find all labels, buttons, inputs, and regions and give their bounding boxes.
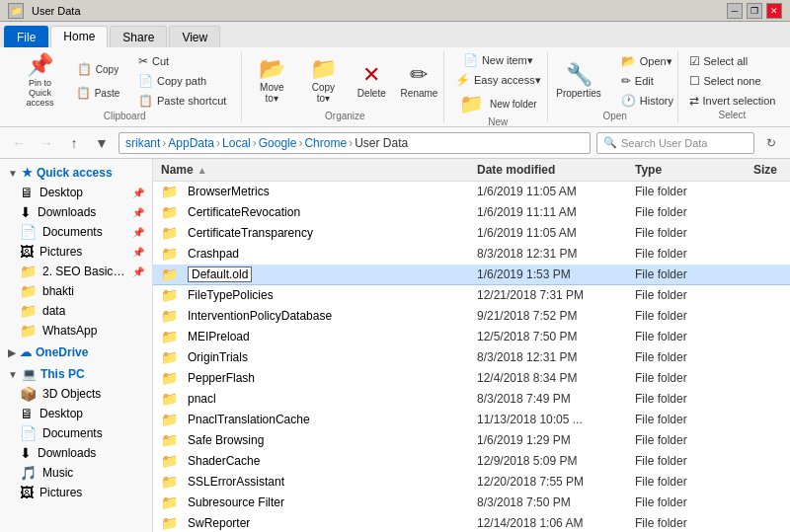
file-type: File folder xyxy=(635,350,753,364)
clipboard-label: Clipboard xyxy=(104,111,146,123)
history-button[interactable]: 🕐 History xyxy=(614,92,680,110)
delete-button[interactable]: ✕ Delete xyxy=(352,51,391,111)
new-folder-button[interactable]: 📁 New folder xyxy=(452,91,544,116)
file-type: File folder xyxy=(635,205,753,219)
table-row[interactable]: 📁 CertificateTransparency 1/6/2019 11:05… xyxy=(153,223,790,244)
file-date: 12/21/2018 7:31 PM xyxy=(477,288,635,302)
invert-selection-button[interactable]: ⇄ Invert selection xyxy=(682,92,783,110)
ribbon-tabs: File Home Share View xyxy=(0,22,790,47)
sidebar-item-pc-music[interactable]: 🎵 Music xyxy=(0,463,152,483)
select-label: Select xyxy=(719,110,747,122)
sidebar-item-downloads[interactable]: ⬇ Downloads 📌 xyxy=(0,202,152,222)
sidebar-item-3dobjects[interactable]: 📦 3D Objects xyxy=(0,384,152,404)
breadcrumb-chrome[interactable]: Chrome xyxy=(304,136,347,150)
file-type: File folder xyxy=(635,185,753,198)
breadcrumb-appdata[interactable]: AppData xyxy=(168,136,214,150)
sidebar-item-pc-downloads[interactable]: ⬇ Downloads xyxy=(0,443,152,463)
minimize-button[interactable]: ─ xyxy=(727,3,743,19)
table-row[interactable]: 📁 OriginTrials 8/3/2018 12:31 PM File fo… xyxy=(153,347,790,368)
sidebar-item-desktop[interactable]: 🖥 Desktop 📌 xyxy=(0,183,152,202)
this-pc-header[interactable]: ▼ 💻 This PC xyxy=(0,364,152,384)
paste-button[interactable]: 📋 Paste xyxy=(68,82,127,104)
file-date: 8/3/2018 12:31 PM xyxy=(477,247,635,261)
breadcrumb-srikant[interactable]: srikant xyxy=(125,136,160,150)
new-label: New xyxy=(488,116,508,129)
maximize-button[interactable]: ❐ xyxy=(747,3,762,19)
breadcrumb-google[interactable]: Google xyxy=(259,136,297,150)
sidebar-item-seo[interactable]: 📁 2. SEO Basics And Ir 📌 xyxy=(0,262,152,281)
open-button[interactable]: 📂 Open▾ xyxy=(614,52,680,70)
tab-file[interactable]: File xyxy=(4,26,48,47)
file-name: MEIPreload xyxy=(188,330,250,343)
table-row[interactable]: 📁 Crashpad 8/3/2018 12:31 PM File folder xyxy=(153,244,790,265)
table-row[interactable]: 📁 Default.old 1/6/2019 1:53 PM File fold… xyxy=(153,265,790,285)
select-all-button[interactable]: ☑ Select all xyxy=(682,52,783,70)
col-name-header[interactable]: Name ▲ xyxy=(161,163,477,177)
table-row[interactable]: 📁 SSLErrorAssistant 12/20/2018 7:55 PM F… xyxy=(153,472,790,493)
copy-button[interactable]: 📋 Copy xyxy=(68,58,127,80)
file-name: Safe Browsing xyxy=(188,433,264,447)
select-none-button[interactable]: ☐ Select none xyxy=(682,72,783,90)
new-item-button[interactable]: 📄 New item▾ xyxy=(456,51,540,69)
table-row[interactable]: 📁 PnaclTranslationCache 11/13/2018 10:05… xyxy=(153,410,790,430)
tab-home[interactable]: Home xyxy=(50,26,108,47)
onedrive-header[interactable]: ▶ ☁ OneDrive xyxy=(0,342,152,362)
sidebar-item-data[interactable]: 📁 data xyxy=(0,301,152,321)
file-name: FileTypePolicies xyxy=(188,288,274,302)
col-type-header[interactable]: Type xyxy=(635,163,753,177)
file-date: 8/3/2018 7:49 PM xyxy=(477,392,635,406)
table-row[interactable]: 📁 PepperFlash 12/4/2018 8:34 PM File fol… xyxy=(153,368,790,389)
file-name: Subresource Filter xyxy=(188,495,284,509)
organize-label: Organize xyxy=(325,111,365,123)
pin-to-quick-button[interactable]: 📌 Pin to Quick access xyxy=(16,51,64,111)
table-row[interactable]: 📁 BrowserMetrics 1/6/2019 11:05 AM File … xyxy=(153,182,790,202)
up-button[interactable]: ↑ xyxy=(63,132,85,154)
table-row[interactable]: 📁 FileTypePolicies 12/21/2018 7:31 PM Fi… xyxy=(153,285,790,306)
edit-button[interactable]: ✏ Edit xyxy=(614,72,680,90)
copy-to-button[interactable]: 📁 Copy to▾ xyxy=(301,51,347,111)
sidebar-item-pc-pictures[interactable]: 🖼 Pictures xyxy=(0,483,152,502)
sidebar-item-bhakti[interactable]: 📁 bhakti xyxy=(0,281,152,301)
tab-view[interactable]: View xyxy=(169,26,220,47)
table-row[interactable]: 📁 InterventionPolicyDatabase 9/21/2018 7… xyxy=(153,306,790,327)
sidebar-item-whatsapp[interactable]: 📁 WhatsApp xyxy=(0,321,152,341)
file-type: File folder xyxy=(635,288,753,302)
sidebar-item-pc-desktop[interactable]: 🖥 Desktop xyxy=(0,404,152,423)
table-row[interactable]: 📁 Safe Browsing 1/6/2019 1:29 PM File fo… xyxy=(153,430,790,451)
address-bar: ← → ↑ ▼ srikant › AppData › Local › Goog… xyxy=(0,127,790,159)
back-button[interactable]: ← xyxy=(8,132,30,154)
file-name: pnacl xyxy=(188,392,216,406)
folder-icon: 📁 xyxy=(161,349,178,365)
quick-access-header[interactable]: ▼ ★ Quick access xyxy=(0,163,152,183)
file-type: File folder xyxy=(635,516,753,530)
refresh-button[interactable]: ↻ xyxy=(760,132,782,154)
move-to-button[interactable]: 📂 Move to▾ xyxy=(249,51,295,111)
table-row[interactable]: 📁 SwReporter 12/14/2018 1:06 AM File fol… xyxy=(153,513,790,532)
sidebar-item-pc-documents[interactable]: 📄 Documents xyxy=(0,423,152,443)
sidebar-item-documents[interactable]: 📄 Documents 📌 xyxy=(0,222,152,242)
col-size-header[interactable]: Size xyxy=(753,163,790,177)
table-row[interactable]: 📁 pnacl 8/3/2018 7:49 PM File folder xyxy=(153,389,790,410)
table-row[interactable]: 📁 CertificateRevocation 1/6/2019 11:11 A… xyxy=(153,202,790,223)
forward-button[interactable]: → xyxy=(36,132,57,154)
tab-share[interactable]: Share xyxy=(110,26,167,47)
paste-shortcut-button[interactable]: 📋 Paste shortcut xyxy=(131,92,233,110)
table-row[interactable]: 📁 MEIPreload 12/5/2018 7:50 PM File fold… xyxy=(153,327,790,347)
table-row[interactable]: 📁 Subresource Filter 8/3/2018 7:50 PM Fi… xyxy=(153,493,790,513)
copy-path-button[interactable]: 📄 Copy path xyxy=(131,72,233,90)
sidebar-item-pictures[interactable]: 🖼 Pictures 📌 xyxy=(0,242,152,262)
rename-button[interactable]: ✏ Rename xyxy=(397,51,440,111)
ribbon: File Home Share View 📌 Pin to Quick acce… xyxy=(0,22,790,127)
file-name: Crashpad xyxy=(188,247,239,261)
table-row[interactable]: 📁 ShaderCache 12/9/2018 5:09 PM File fol… xyxy=(153,451,790,472)
search-bar[interactable]: 🔍 Search User Data xyxy=(596,132,754,154)
clipboard-group: 📌 Pin to Quick access 📋 Copy 📋 Paste xyxy=(8,51,242,122)
easy-access-button[interactable]: ⚡ Easy access▾ xyxy=(448,71,548,89)
recent-locations-button[interactable]: ▼ xyxy=(91,132,113,154)
folder-icon: 📁 xyxy=(161,329,178,344)
close-button[interactable]: ✕ xyxy=(766,3,782,19)
cut-button[interactable]: ✂ Cut xyxy=(131,52,233,70)
properties-button[interactable]: 🔧 Properties xyxy=(549,51,608,111)
col-date-header[interactable]: Date modified xyxy=(477,163,635,177)
breadcrumb-local[interactable]: Local xyxy=(222,136,251,150)
